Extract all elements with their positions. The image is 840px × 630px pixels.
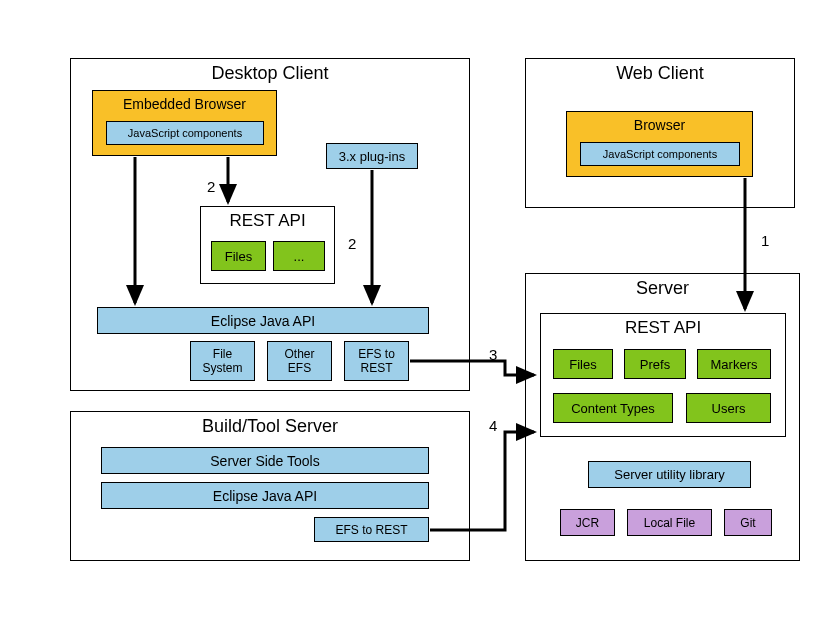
- desktop-rest-more: ...: [273, 241, 325, 271]
- server-rest-files: Files: [553, 349, 613, 379]
- web-js-components: JavaScript components: [580, 142, 740, 166]
- edge-2a-label: 2: [207, 178, 215, 195]
- embedded-browser-label: Embedded Browser: [93, 96, 276, 112]
- diagram-stage: Desktop Client Embedded Browser JavaScri…: [0, 0, 840, 630]
- server-rest-prefs: Prefs: [624, 349, 686, 379]
- desktop-rest-api-title: REST API: [201, 211, 334, 231]
- git-box: Git: [724, 509, 772, 536]
- file-system-box: File System: [190, 341, 255, 381]
- build-efs-rest: EFS to REST: [314, 517, 429, 542]
- build-tool-title: Build/Tool Server: [71, 416, 469, 437]
- server-rest-content-types: Content Types: [553, 393, 673, 423]
- edge-3-label: 3: [489, 346, 497, 363]
- server-rest-api-title: REST API: [541, 318, 785, 338]
- jcr-box: JCR: [560, 509, 615, 536]
- server-side-tools: Server Side Tools: [101, 447, 429, 474]
- other-efs-box: Other EFS: [267, 341, 332, 381]
- web-browser-label: Browser: [567, 117, 752, 133]
- server-title: Server: [526, 278, 799, 299]
- server-rest-markers: Markers: [697, 349, 771, 379]
- edge-1-label: 1: [761, 232, 769, 249]
- desktop-client-title: Desktop Client: [71, 63, 469, 84]
- desktop-efs-rest-box: EFS to REST: [344, 341, 409, 381]
- desktop-rest-files: Files: [211, 241, 266, 271]
- server-utility-library: Server utility library: [588, 461, 751, 488]
- desktop-eclipse-api: Eclipse Java API: [97, 307, 429, 334]
- edge-2b-label: 2: [348, 235, 356, 252]
- local-file-box: Local File: [627, 509, 712, 536]
- plugins-box: 3.x plug-ins: [326, 143, 418, 169]
- web-client-title: Web Client: [526, 63, 794, 84]
- build-eclipse-api: Eclipse Java API: [101, 482, 429, 509]
- desktop-js-components: JavaScript components: [106, 121, 264, 145]
- edge-4-label: 4: [489, 417, 497, 434]
- server-rest-users: Users: [686, 393, 771, 423]
